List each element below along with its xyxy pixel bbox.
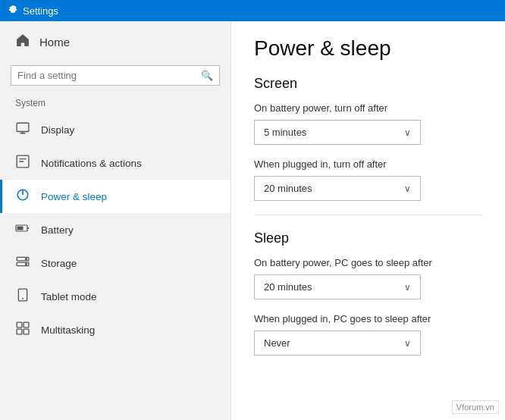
multitasking-label: Multitasking bbox=[41, 324, 95, 336]
screen-battery-label: On battery power, turn off after bbox=[254, 102, 482, 114]
screen-plugged-chevron: ∨ bbox=[404, 183, 411, 194]
svg-point-8 bbox=[26, 259, 27, 260]
screen-battery-wrapper: On battery power, turn off after 5 minut… bbox=[254, 102, 482, 145]
screen-plugged-dropdown[interactable]: 20 minutes ∨ bbox=[254, 176, 421, 201]
sidebar: Home 🔍 System Display Notifications & ac… bbox=[0, 21, 231, 420]
svg-rect-13 bbox=[24, 322, 29, 328]
page-title: Power & sleep bbox=[254, 36, 482, 61]
sleep-plugged-value: Never bbox=[264, 337, 290, 349]
multitasking-icon bbox=[15, 321, 30, 338]
sleep-plugged-label: When plugged in, PC goes to sleep after bbox=[254, 313, 482, 324]
battery-label: Battery bbox=[41, 224, 74, 236]
svg-rect-14 bbox=[17, 329, 22, 334]
sidebar-item-multitasking[interactable]: Multitasking bbox=[0, 313, 231, 346]
section-divider bbox=[254, 215, 482, 215]
sidebar-item-power[interactable]: Power & sleep bbox=[0, 180, 231, 213]
sidebar-item-tablet[interactable]: Tablet mode bbox=[0, 280, 231, 313]
search-box[interactable]: 🔍 bbox=[11, 65, 220, 86]
notifications-label: Notifications & actions bbox=[41, 158, 142, 169]
screen-plugged-value: 20 minutes bbox=[264, 183, 312, 194]
battery-icon bbox=[15, 221, 30, 238]
screen-battery-dropdown[interactable]: 5 minutes ∨ bbox=[254, 120, 421, 145]
sidebar-item-storage[interactable]: Storage bbox=[0, 246, 231, 280]
screen-plugged-wrapper: When plugged in, turn off after 20 minut… bbox=[254, 158, 482, 201]
svg-rect-0 bbox=[17, 123, 29, 131]
sleep-battery-chevron: ∨ bbox=[404, 282, 411, 293]
storage-label: Storage bbox=[41, 258, 77, 269]
sleep-battery-label: On battery power, PC goes to sleep after bbox=[254, 257, 482, 268]
home-label: Home bbox=[39, 36, 70, 49]
sleep-battery-dropdown[interactable]: 20 minutes ∨ bbox=[254, 274, 421, 299]
svg-rect-12 bbox=[17, 322, 22, 328]
screen-plugged-label: When plugged in, turn off after bbox=[254, 158, 482, 170]
svg-rect-15 bbox=[24, 329, 29, 334]
settings-icon bbox=[8, 5, 18, 16]
sleep-plugged-wrapper: When plugged in, PC goes to sleep after … bbox=[254, 313, 482, 356]
sidebar-item-display[interactable]: Display bbox=[0, 113, 231, 146]
sleep-battery-wrapper: On battery power, PC goes to sleep after… bbox=[254, 257, 482, 299]
content-area: Power & sleep Screen On battery power, t… bbox=[231, 21, 505, 420]
app-body: Home 🔍 System Display Notifications & ac… bbox=[0, 21, 505, 420]
sidebar-item-battery[interactable]: Battery bbox=[0, 213, 231, 246]
screen-battery-value: 5 minutes bbox=[264, 127, 306, 138]
section-label: System bbox=[0, 95, 231, 113]
sleep-plugged-dropdown[interactable]: Never ∨ bbox=[254, 331, 421, 356]
tablet-icon bbox=[15, 288, 30, 305]
home-link[interactable]: Home bbox=[0, 21, 231, 62]
storage-icon bbox=[15, 255, 30, 271]
sleep-section-title: Sleep bbox=[254, 230, 482, 246]
display-label: Display bbox=[41, 124, 74, 136]
power-icon bbox=[15, 188, 30, 205]
svg-rect-5 bbox=[17, 227, 24, 230]
svg-point-9 bbox=[26, 263, 27, 265]
screen-section-title: Screen bbox=[254, 76, 482, 92]
title-bar-text: Settings bbox=[23, 5, 58, 17]
title-bar: Settings bbox=[0, 0, 505, 21]
tablet-label: Tablet mode bbox=[41, 291, 97, 302]
display-icon bbox=[15, 121, 30, 138]
sleep-plugged-chevron: ∨ bbox=[404, 338, 411, 349]
home-icon bbox=[15, 33, 30, 50]
watermark: Vforum.vn bbox=[452, 400, 499, 414]
sidebar-item-notifications[interactable]: Notifications & actions bbox=[0, 146, 231, 180]
search-input[interactable] bbox=[17, 70, 201, 81]
notifications-icon bbox=[15, 155, 30, 171]
sleep-battery-value: 20 minutes bbox=[264, 281, 312, 293]
screen-battery-chevron: ∨ bbox=[404, 127, 411, 138]
search-icon[interactable]: 🔍 bbox=[201, 70, 213, 81]
power-label: Power & sleep bbox=[41, 191, 107, 202]
